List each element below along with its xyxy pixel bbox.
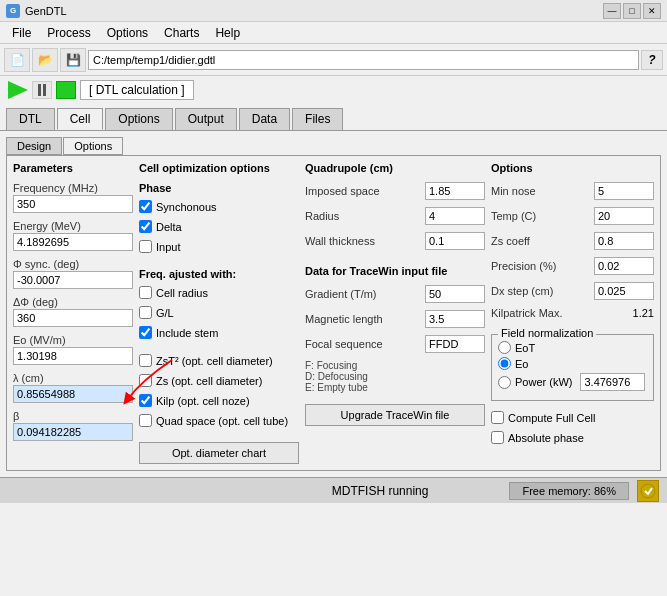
compute-full-cell-checkbox[interactable] bbox=[491, 411, 504, 424]
precision-input[interactable] bbox=[594, 257, 654, 275]
svg-point-0 bbox=[641, 484, 655, 498]
menu-process[interactable]: Process bbox=[39, 24, 98, 42]
min-nose-input[interactable] bbox=[594, 182, 654, 200]
window-controls: — □ ✕ bbox=[603, 3, 661, 19]
upgrade-tracewin-btn[interactable]: Upgrade TraceWin file bbox=[305, 404, 485, 426]
dx-step-label: Dx step (cm) bbox=[491, 285, 553, 297]
zs-checkbox[interactable] bbox=[139, 374, 152, 387]
energy-input[interactable] bbox=[13, 233, 133, 251]
frequency-field: Frequency (MHz) bbox=[13, 182, 133, 213]
run-button[interactable] bbox=[8, 81, 28, 99]
synchonous-checkbox-row: Synchonous bbox=[139, 200, 299, 213]
temp-input[interactable] bbox=[594, 207, 654, 225]
absolute-phase-checkbox[interactable] bbox=[491, 431, 504, 444]
app-icon: G bbox=[6, 4, 20, 18]
kilpatrick-label: Kilpatrick Max. bbox=[491, 307, 563, 319]
phi-sync-input[interactable] bbox=[13, 271, 133, 289]
lambda-label: λ (cm) bbox=[13, 372, 133, 384]
options-title: Options bbox=[491, 162, 654, 174]
delta-phi-field: ΔΦ (deg) bbox=[13, 296, 133, 327]
wall-thickness-input[interactable] bbox=[425, 232, 485, 250]
delta-phi-input[interactable] bbox=[13, 309, 133, 327]
zst2-checkbox[interactable] bbox=[139, 354, 152, 367]
synchonous-checkbox[interactable] bbox=[139, 200, 152, 213]
gl-label: G/L bbox=[156, 307, 174, 319]
lambda-field: λ (cm) bbox=[13, 372, 133, 403]
imposed-space-input[interactable] bbox=[425, 182, 485, 200]
eo-radio[interactable] bbox=[498, 357, 511, 370]
gradient-label: Gradient (T/m) bbox=[305, 288, 377, 300]
quad-space-checkbox[interactable] bbox=[139, 414, 152, 427]
power-value-input[interactable] bbox=[580, 373, 645, 391]
focal-seq-input[interactable] bbox=[425, 335, 485, 353]
menu-help[interactable]: Help bbox=[207, 24, 248, 42]
input-checkbox[interactable] bbox=[139, 240, 152, 253]
tracewin-title: Data for TraceWin input file bbox=[305, 265, 485, 277]
precision-label: Precision (%) bbox=[491, 260, 556, 272]
cell-radius-checkbox[interactable] bbox=[139, 286, 152, 299]
dx-step-input[interactable] bbox=[594, 282, 654, 300]
phase-title: Phase bbox=[139, 182, 299, 194]
maximize-btn[interactable]: □ bbox=[623, 3, 641, 19]
tab-data[interactable]: Data bbox=[239, 108, 290, 130]
tab-options[interactable]: Options bbox=[105, 108, 172, 130]
new-btn[interactable]: 📄 bbox=[4, 48, 30, 72]
opt-diameter-chart-btn[interactable]: Opt. diameter chart bbox=[139, 442, 299, 464]
delta-label: Delta bbox=[156, 221, 182, 233]
compute-full-cell-label: Compute Full Cell bbox=[508, 412, 595, 424]
imposed-space-row: Imposed space bbox=[305, 182, 485, 200]
kilp-checkbox[interactable] bbox=[139, 394, 152, 407]
input-checkbox-row: Input bbox=[139, 240, 299, 253]
menu-charts[interactable]: Charts bbox=[156, 24, 207, 42]
trace-notes: F: Focusing D: Defocusing E: Empty tube bbox=[305, 360, 485, 393]
radius-input[interactable] bbox=[425, 207, 485, 225]
stop-button[interactable] bbox=[56, 81, 76, 99]
app-title: GenDTL bbox=[25, 5, 603, 17]
open-btn[interactable]: 📂 bbox=[32, 48, 58, 72]
kilpatrick-value: 1.21 bbox=[633, 307, 654, 319]
beta-input[interactable] bbox=[13, 423, 133, 441]
sub-tab-options[interactable]: Options bbox=[63, 137, 123, 155]
lambda-input[interactable] bbox=[13, 385, 133, 403]
tab-cell[interactable]: Cell bbox=[57, 108, 104, 130]
phi-sync-label: Φ sync. (deg) bbox=[13, 258, 133, 270]
cell-radius-label: Cell radius bbox=[156, 287, 208, 299]
trace-note-f: F: Focusing bbox=[305, 360, 485, 371]
include-stem-checkbox[interactable] bbox=[139, 326, 152, 339]
gradient-row: Gradient (T/m) bbox=[305, 285, 485, 303]
focal-seq-label: Focal sequence bbox=[305, 338, 383, 350]
eo-radio-row: Eo bbox=[498, 357, 647, 370]
eo-field: Eo (MV/m) bbox=[13, 334, 133, 365]
sub-tab-design[interactable]: Design bbox=[6, 137, 62, 155]
tab-content: Parameters Frequency (MHz) Energy (MeV) … bbox=[6, 155, 661, 471]
field-norm-group: Field normalization EoT Eo Power (kW) bbox=[491, 334, 654, 401]
kilpatrick-row: Kilpatrick Max. 1.21 bbox=[491, 307, 654, 319]
tab-dtl[interactable]: DTL bbox=[6, 108, 55, 130]
tab-files[interactable]: Files bbox=[292, 108, 343, 130]
minimize-btn[interactable]: — bbox=[603, 3, 621, 19]
zst2-checkbox-row: ZsT² (opt. cell diameter) bbox=[139, 354, 299, 367]
energy-label: Energy (MeV) bbox=[13, 220, 133, 232]
pause-button[interactable] bbox=[32, 81, 52, 99]
help-btn[interactable]: ? bbox=[641, 50, 663, 70]
frequency-input[interactable] bbox=[13, 195, 133, 213]
zs-coeff-input[interactable] bbox=[594, 232, 654, 250]
close-btn[interactable]: ✕ bbox=[643, 3, 661, 19]
power-label: Power (kW) bbox=[515, 376, 572, 388]
power-radio[interactable] bbox=[498, 376, 511, 389]
absolute-phase-label: Absolute phase bbox=[508, 432, 584, 444]
gl-checkbox[interactable] bbox=[139, 306, 152, 319]
delta-checkbox[interactable] bbox=[139, 220, 152, 233]
save-btn[interactable]: 💾 bbox=[60, 48, 86, 72]
eo-input[interactable] bbox=[13, 347, 133, 365]
eot-radio[interactable] bbox=[498, 341, 511, 354]
file-path: C:/temp/temp1/didier.gdtl bbox=[88, 50, 639, 70]
imposed-space-label: Imposed space bbox=[305, 185, 380, 197]
compute-full-cell-row: Compute Full Cell bbox=[491, 411, 654, 424]
menu-file[interactable]: File bbox=[4, 24, 39, 42]
tab-output[interactable]: Output bbox=[175, 108, 237, 130]
menu-options[interactable]: Options bbox=[99, 24, 156, 42]
gradient-input[interactable] bbox=[425, 285, 485, 303]
status-icon bbox=[637, 480, 659, 502]
mag-length-input[interactable] bbox=[425, 310, 485, 328]
